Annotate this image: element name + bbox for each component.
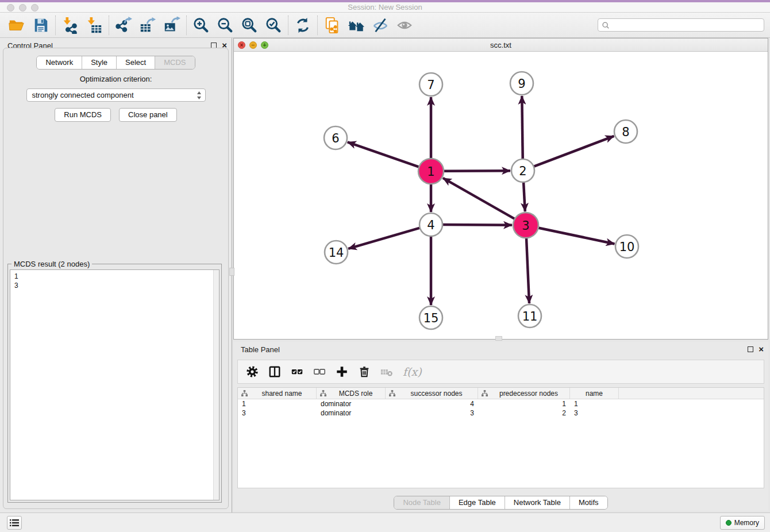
zoom-out-icon — [217, 17, 234, 34]
table-tab-edge-table[interactable]: Edge Table — [450, 496, 505, 509]
sort-icon — [389, 390, 395, 396]
mcds-result-textarea[interactable]: 13 — [10, 269, 220, 500]
clone-network-button[interactable] — [320, 14, 344, 36]
vertical-splitter-grip[interactable] — [229, 268, 234, 276]
mcds-result-group: MCDS result (2 nodes) 13 — [7, 264, 222, 503]
table-cell[interactable]: 1 — [478, 399, 570, 408]
export-table-button[interactable] — [136, 14, 160, 36]
graph-edge-3-11[interactable] — [526, 238, 529, 303]
export-image-button[interactable] — [160, 14, 184, 36]
result-scrollbar[interactable] — [213, 270, 219, 500]
export-network-icon — [115, 17, 132, 34]
table-cell[interactable]: dominator — [317, 399, 386, 408]
column-header-label: name — [573, 390, 615, 398]
tab-mcds[interactable]: MCDS — [155, 56, 194, 69]
run-mcds-button[interactable]: Run MCDS — [55, 108, 111, 122]
table-tab-network-table[interactable]: Network Table — [505, 496, 570, 509]
graph-edge-3-1[interactable] — [443, 178, 515, 219]
float-table-panel-icon[interactable] — [748, 346, 753, 352]
trash-icon — [358, 365, 371, 378]
network-graph[interactable]: 7968124314101511 — [234, 52, 768, 339]
import-table-button[interactable] — [82, 14, 106, 36]
close-panel-button[interactable]: Close panel — [119, 108, 177, 122]
criterion-dropdown[interactable]: strongly connected component — [26, 88, 206, 102]
graph-node-label-9: 9 — [518, 77, 525, 91]
network-window-titlebar[interactable]: × − + scc.txt — [234, 38, 768, 52]
table-tab-node-table[interactable]: Node Table — [394, 496, 450, 509]
table-row[interactable]: 1dominator411 — [238, 399, 764, 408]
table-panel-header: Table Panel × — [233, 342, 768, 357]
table-panel: Table Panel × — [233, 342, 768, 511]
delete-table-icon — [380, 365, 393, 378]
column-header-successor-nodes[interactable]: successor nodes — [386, 388, 478, 399]
deselect-all-button[interactable] — [313, 364, 326, 379]
table-settings-button[interactable] — [246, 364, 259, 379]
graph-edge-4-14[interactable] — [348, 228, 420, 249]
graph-edge-4-3[interactable] — [442, 225, 512, 225]
table-cell[interactable]: 2 — [478, 408, 570, 418]
column-header-shared-name[interactable]: shared name — [238, 388, 317, 399]
save-session-button[interactable] — [29, 14, 53, 36]
search-icon — [602, 21, 610, 29]
zoom-out-button[interactable] — [213, 14, 237, 36]
graph-node-label-3: 3 — [522, 219, 529, 233]
open-session-button[interactable] — [5, 14, 29, 36]
first-neighbors-button[interactable] — [344, 14, 368, 36]
import-network-button[interactable] — [58, 14, 82, 36]
show-columns-button[interactable] — [268, 364, 281, 379]
tab-network[interactable]: Network — [37, 56, 82, 69]
column-header-label: successor nodes — [399, 390, 474, 398]
zoom-fit-button[interactable] — [237, 14, 261, 36]
function-builder-button[interactable]: f(x) — [403, 364, 422, 379]
search-box[interactable] — [598, 18, 764, 32]
graph-edge-3-10[interactable] — [538, 228, 615, 244]
zoom-in-button[interactable] — [189, 14, 213, 36]
hide-selected-button[interactable] — [368, 14, 392, 36]
table-row[interactable]: 3dominator323 — [238, 408, 764, 418]
table-tab-motifs[interactable]: Motifs — [570, 496, 607, 509]
task-history-button[interactable] — [7, 516, 22, 530]
mcds-result-line: 1 — [14, 272, 219, 281]
column-header-name[interactable]: name — [570, 388, 619, 399]
memory-button[interactable]: Memory — [720, 516, 765, 530]
column-header-predecessor-nodes[interactable]: predecessor nodes — [478, 388, 570, 399]
zoom-selected-icon — [265, 17, 282, 34]
horizontal-splitter-grip[interactable] — [495, 336, 502, 341]
search-input[interactable] — [612, 21, 760, 29]
table-cell[interactable]: 1 — [238, 399, 317, 408]
refresh-icon — [294, 17, 311, 34]
columns-icon — [268, 365, 281, 378]
table-cell[interactable]: dominator — [317, 408, 386, 418]
select-all-button[interactable] — [291, 364, 303, 379]
control-panel: Control Panel × NetworkStyleSelectMCDS O… — [0, 38, 232, 512]
table-cell[interactable]: 3 — [570, 408, 619, 418]
table-cell[interactable]: 4 — [386, 399, 478, 408]
graph-edge-1-6[interactable] — [348, 142, 419, 167]
sort-icon — [241, 390, 248, 396]
zoom-selected-button[interactable] — [261, 14, 286, 36]
table-cell[interactable]: 1 — [570, 399, 619, 408]
column-header-MCDS-role[interactable]: MCDS role — [317, 388, 386, 399]
graph-edge-1-2[interactable] — [444, 171, 510, 171]
show-all-button[interactable] — [392, 14, 417, 36]
tab-style[interactable]: Style — [82, 56, 117, 69]
graph-edge-2-8[interactable] — [534, 136, 614, 167]
control-panel-tabs: NetworkStyleSelectMCDS — [0, 56, 232, 70]
graph-edge-2-3[interactable] — [523, 182, 525, 211]
graph-node-label-7: 7 — [427, 78, 434, 92]
graph-edge-2-9[interactable] — [522, 96, 522, 159]
export-network-button[interactable] — [111, 14, 136, 36]
table-cell[interactable]: 3 — [386, 408, 478, 418]
tab-select[interactable]: Select — [117, 56, 155, 69]
refresh-button[interactable] — [291, 14, 315, 36]
import-table-icon — [86, 17, 103, 34]
node-table: shared nameMCDS rolesuccessor nodesprede… — [237, 387, 764, 488]
close-table-panel-icon[interactable]: × — [759, 346, 764, 352]
delete-table-button[interactable] — [380, 364, 393, 379]
table-cell[interactable]: 3 — [238, 408, 317, 418]
delete-row-button[interactable] — [358, 364, 371, 379]
add-row-button[interactable] — [336, 364, 348, 379]
graph-node-label-2: 2 — [519, 164, 526, 178]
application-window: Session: New Session — [0, 0, 770, 532]
status-bar: Memory — [0, 512, 770, 532]
